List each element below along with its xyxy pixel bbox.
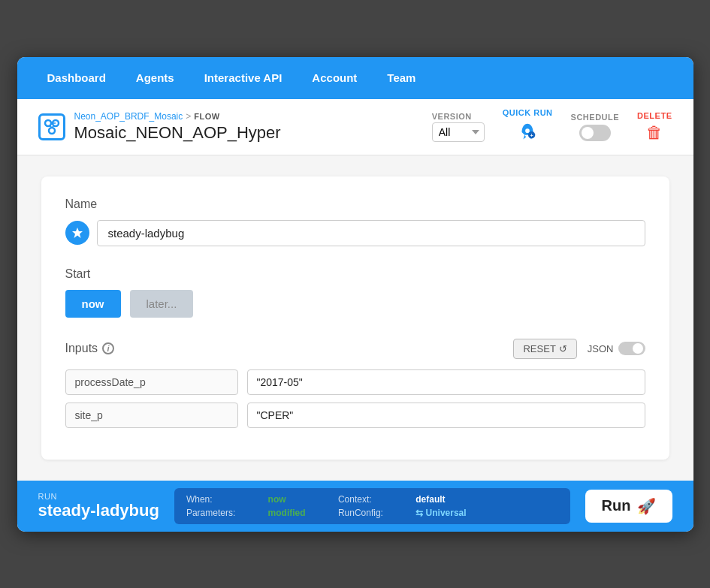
run-label: RUN bbox=[38, 492, 159, 501]
nav-account[interactable]: Account bbox=[300, 67, 369, 89]
params-key: Parameters: bbox=[186, 508, 262, 518]
json-toggle[interactable] bbox=[618, 342, 645, 355]
reset-icon: ↺ bbox=[559, 343, 567, 354]
inputs-section: Inputs i RESET ↺ JSON bbox=[65, 339, 645, 428]
schedule-group: SCHEDULE bbox=[571, 113, 620, 141]
schedule-label: SCHEDULE bbox=[571, 113, 620, 122]
svg-point-6 bbox=[525, 128, 530, 133]
logo-icon bbox=[38, 113, 65, 140]
run-button-label: Run bbox=[602, 497, 631, 514]
inputs-header: Inputs i RESET ↺ JSON bbox=[65, 339, 645, 359]
quick-run-label: QUICK RUN bbox=[503, 108, 553, 117]
btn-later[interactable]: later... bbox=[130, 290, 194, 318]
breadcrumb: Neon_AOP_BRDF_Mosaic > FLOW bbox=[74, 111, 281, 122]
when-val: now bbox=[268, 494, 332, 505]
runconfig-val: ⇆ Universal bbox=[415, 508, 493, 518]
svg-point-2 bbox=[49, 128, 55, 134]
version-select[interactable]: All bbox=[432, 122, 485, 142]
start-section-label: Start bbox=[65, 267, 645, 281]
info-icon: i bbox=[102, 342, 114, 354]
quick-run-button[interactable]: + bbox=[514, 119, 541, 146]
header: Neon_AOP_BRDF_Mosaic > FLOW Mosaic_NEON_… bbox=[17, 99, 693, 155]
run-meta: When: now Context: default Parameters: m… bbox=[174, 488, 570, 524]
header-right: VERSION All QUICK RUN + bbox=[432, 108, 672, 146]
delete-group: DELETE 🗑 bbox=[637, 111, 672, 143]
when-key: When: bbox=[186, 494, 262, 505]
quick-run-group: QUICK RUN + bbox=[503, 108, 553, 146]
breadcrumb-area: Neon_AOP_BRDF_Mosaic > FLOW Mosaic_NEON_… bbox=[74, 111, 281, 143]
breadcrumb-current: FLOW bbox=[194, 112, 219, 121]
delete-label: DELETE bbox=[637, 111, 672, 120]
nav-interactive-api[interactable]: Interactive API bbox=[192, 67, 295, 89]
input-row-2 bbox=[65, 403, 645, 428]
run-button[interactable]: Run 🚀 bbox=[585, 490, 672, 523]
breadcrumb-separator: > bbox=[186, 111, 191, 122]
start-buttons: now later... bbox=[65, 290, 645, 318]
params-val: modified bbox=[268, 508, 332, 518]
name-row bbox=[65, 220, 645, 246]
context-val: default bbox=[415, 494, 493, 505]
nav-team[interactable]: Team bbox=[375, 67, 428, 89]
inputs-label-row: Inputs i bbox=[65, 342, 115, 355]
btn-now[interactable]: now bbox=[65, 290, 121, 318]
app-window: Dashboard Agents Interactive API Account… bbox=[17, 57, 693, 532]
name-input[interactable] bbox=[97, 220, 645, 246]
form-card: Name Start now later... bbox=[41, 176, 669, 460]
run-bar: RUN steady-ladybug When: now Context: de… bbox=[17, 481, 693, 532]
page-title: Mosaic_NEON_AOP_Hyper bbox=[74, 123, 281, 143]
reset-button[interactable]: RESET ↺ bbox=[513, 339, 576, 359]
reset-label: RESET bbox=[523, 343, 555, 354]
name-icon bbox=[65, 221, 89, 245]
main-content: Name Start now later... bbox=[17, 155, 693, 481]
nav-dashboard[interactable]: Dashboard bbox=[35, 67, 118, 89]
nav-bar: Dashboard Agents Interactive API Account… bbox=[17, 57, 693, 99]
trash-icon[interactable]: 🗑 bbox=[646, 123, 663, 143]
runconfig-key: RunConfig: bbox=[338, 508, 409, 518]
json-label: JSON bbox=[588, 343, 614, 354]
run-name: steady-ladybug bbox=[38, 501, 159, 520]
run-bar-title: RUN steady-ladybug bbox=[38, 492, 159, 520]
schedule-toggle[interactable] bbox=[579, 125, 611, 141]
start-section: Start now later... bbox=[65, 267, 645, 318]
svg-text:+: + bbox=[530, 132, 533, 137]
breadcrumb-link[interactable]: Neon_AOP_BRDF_Mosaic bbox=[74, 111, 183, 122]
inputs-controls: RESET ↺ JSON bbox=[513, 339, 645, 359]
json-toggle-row: JSON bbox=[588, 342, 645, 355]
input-key-1[interactable] bbox=[65, 369, 238, 395]
context-key: Context: bbox=[338, 494, 409, 505]
header-left: Neon_AOP_BRDF_Mosaic > FLOW Mosaic_NEON_… bbox=[38, 111, 432, 143]
input-row-1 bbox=[65, 369, 645, 395]
input-key-2[interactable] bbox=[65, 403, 238, 428]
version-group: VERSION All bbox=[432, 112, 485, 142]
input-val-1[interactable] bbox=[247, 369, 645, 395]
inputs-section-label: Inputs bbox=[65, 342, 98, 355]
nav-agents[interactable]: Agents bbox=[124, 67, 186, 89]
run-button-icon: 🚀 bbox=[637, 497, 656, 515]
input-val-2[interactable] bbox=[247, 403, 645, 428]
name-section-label: Name bbox=[65, 198, 645, 211]
version-label: VERSION bbox=[432, 112, 485, 121]
